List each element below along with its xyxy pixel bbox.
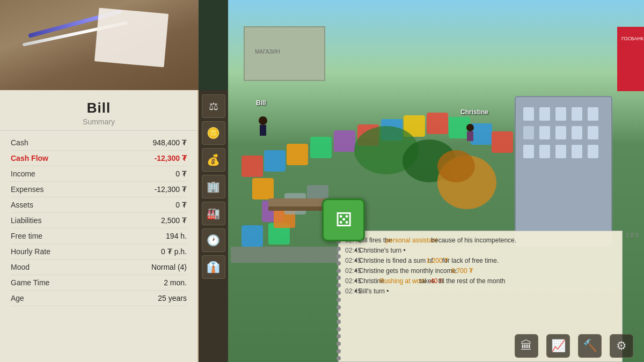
svg-text:ГОСБАНК: ГОСБАНК xyxy=(621,36,644,41)
stat-value: 948,400 ₮ xyxy=(153,138,187,147)
stat-value: 2 mon. xyxy=(164,278,187,287)
log-text: • Christine gets the monthly income: xyxy=(361,266,458,276)
stat-row-hourly-rate: Hourly Rate0 ₮ p.h. xyxy=(11,244,187,260)
spiral-dot xyxy=(336,247,341,251)
log-text: 8,700 ₮ xyxy=(458,266,473,276)
stat-row-expenses: Expenses-12,300 ₮ xyxy=(11,182,187,197)
svg-rect-3 xyxy=(310,137,332,158)
spiral-dot xyxy=(336,276,341,280)
svg-rect-34 xyxy=(539,145,550,158)
stat-value: -12,300 ₮ xyxy=(155,185,187,194)
svg-rect-27 xyxy=(588,107,598,121)
dice-button[interactable]: ⚄ xyxy=(322,198,365,241)
svg-point-50 xyxy=(466,124,474,131)
svg-rect-36 xyxy=(572,145,582,158)
stat-value: 0 ₮ p.h. xyxy=(161,247,187,256)
stat-row-cash-flow: Cash Flow-12,300 ₮ xyxy=(11,151,187,166)
stat-label: Free time xyxy=(11,232,42,240)
bill-summary-panel: Bill Summary Cash948,400 ₮Cash Flow-12,3… xyxy=(0,90,199,362)
stat-row-income: Income0 ₮ xyxy=(11,166,187,182)
stat-value: 0 ₮ xyxy=(175,201,187,209)
spiral-dot xyxy=(336,320,341,324)
svg-rect-30 xyxy=(555,126,566,139)
log-text: • Christine is fined a sum of xyxy=(361,256,433,265)
stat-row-game-time: Game Time2 mon. xyxy=(11,275,187,291)
stats-container: Cash948,400 ₮Cash Flow-12,300 ₮Income0 ₮… xyxy=(0,131,197,311)
stat-label: Expenses xyxy=(11,185,43,194)
svg-rect-31 xyxy=(572,126,582,139)
stat-row-cash: Cash948,400 ₮ xyxy=(11,135,187,151)
stat-label: Assets xyxy=(11,201,33,209)
log-text: because of his incompetence. xyxy=(437,235,516,245)
log-text: till the rest of the month xyxy=(445,276,506,286)
spiral-dot xyxy=(336,298,341,302)
svg-rect-10 xyxy=(471,123,492,145)
svg-rect-35 xyxy=(555,145,566,158)
svg-text:МАГАЗИН: МАГАЗИН xyxy=(255,49,280,55)
stat-value: 0 ₮ xyxy=(175,169,187,178)
stat-label: Cash xyxy=(11,138,28,147)
stat-value: 2,500 ₮ xyxy=(161,216,187,225)
svg-point-44 xyxy=(437,150,475,182)
svg-rect-29 xyxy=(539,126,550,139)
version-badge: 1.8.5 xyxy=(626,232,639,238)
log-entry: 02:45 • Bill's turn • xyxy=(345,286,616,296)
balance-icon[interactable]: ⚖ xyxy=(202,94,225,118)
stat-row-free-time: Free time194 h. xyxy=(11,228,187,244)
spiral-dot xyxy=(336,283,341,287)
svg-rect-33 xyxy=(523,145,534,158)
svg-rect-28 xyxy=(523,126,534,139)
stat-row-age: Age25 years xyxy=(11,291,187,306)
stat-value: Normal (4) xyxy=(151,263,187,271)
income-icon[interactable]: 💰 xyxy=(202,148,225,172)
spiral-dot xyxy=(336,305,341,309)
stat-label: Hourly Rate xyxy=(11,247,50,256)
coins-icon[interactable]: 🪙 xyxy=(202,121,225,145)
stat-value: -12,300 ₮ xyxy=(155,154,187,162)
settings-icon[interactable]: ⚙ xyxy=(610,334,633,358)
bank-icon[interactable]: 🏛 xyxy=(515,334,538,358)
log-entry: 02:45 • Bill fires the personal assistan… xyxy=(345,235,616,245)
dice-icon: ⚄ xyxy=(335,209,352,231)
bottom-toolbar: 🏛📈🔨⚙ xyxy=(338,330,644,362)
stat-label: Age xyxy=(11,294,24,302)
log-entry: 02:45 • Christine is fined a sum of 1,20… xyxy=(345,256,616,265)
svg-rect-1 xyxy=(264,150,286,172)
clock-icon[interactable]: 🕐 xyxy=(202,228,225,252)
log-entry: 02:45 • Christine gets the monthly incom… xyxy=(345,266,616,276)
svg-rect-49 xyxy=(260,125,266,136)
stat-label: Mood xyxy=(11,263,30,271)
stat-label: Game Time xyxy=(11,278,49,287)
svg-rect-4 xyxy=(334,130,355,152)
svg-rect-11 xyxy=(492,131,513,153)
factory-icon[interactable]: 🏭 xyxy=(202,202,225,225)
svg-point-48 xyxy=(259,116,267,125)
svg-rect-37 xyxy=(588,145,598,158)
stat-row-assets: Assets0 ₮ xyxy=(11,197,187,213)
svg-rect-51 xyxy=(467,131,473,141)
panel-header: Bill Summary xyxy=(0,90,197,131)
log-text: for lack of free time. xyxy=(449,256,499,265)
log-entry: 02:45 • Christine: Rushing at work takes… xyxy=(345,276,616,286)
stat-label: Liabilities xyxy=(11,216,42,225)
spiral-dot xyxy=(336,261,341,265)
svg-rect-26 xyxy=(572,107,582,121)
spiral-dot xyxy=(336,313,341,317)
log-text: • Bill's turn • xyxy=(361,286,389,296)
stat-label: Cash Flow xyxy=(11,154,48,162)
christine-label: Christine xyxy=(460,108,488,116)
log-text: • Christine's turn • xyxy=(361,246,406,255)
bill-label: Bill xyxy=(256,99,266,107)
sidebar-panel: ⚖🪙💰🏢🏭🕐👔 xyxy=(199,90,228,362)
hammer-icon[interactable]: 🔨 xyxy=(578,334,602,358)
spiral-dot xyxy=(336,254,341,258)
chart-icon[interactable]: 📈 xyxy=(546,334,570,358)
svg-rect-18 xyxy=(241,225,263,247)
panel-subtitle: Summary xyxy=(0,117,197,126)
tie-icon[interactable]: 👔 xyxy=(202,255,225,279)
svg-rect-2 xyxy=(287,144,308,165)
stat-label: Income xyxy=(11,169,35,178)
building-icon[interactable]: 🏢 xyxy=(202,175,225,198)
spiral-dot xyxy=(336,291,341,295)
svg-rect-12 xyxy=(252,178,274,200)
